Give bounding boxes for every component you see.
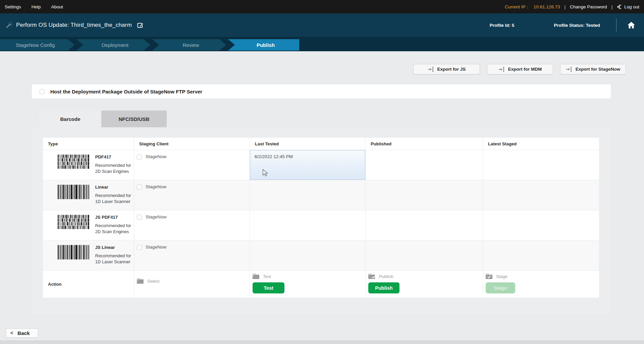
stagenow-checkbox[interactable] [137,154,142,159]
column-header-staging-client: Staging Client [134,138,250,150]
table-row-linear-staging-client: StageNow [134,180,250,210]
cell-published-js-linear [366,240,483,271]
change-password-link[interactable]: Change Password [570,4,607,9]
top-menu-bar: Settings Help About Current IP : 10.61.1… [0,0,644,13]
horizontal-scrollbar-track[interactable] [0,340,644,344]
logout-label: Log out [624,4,639,9]
menu-about[interactable]: About [51,4,63,9]
current-ip-label: Current IP : [505,4,528,9]
cell-latest-staged-linear [483,180,599,210]
publish-window-icon [368,274,375,279]
cell-published-linear [366,180,483,210]
step-label: Publish [257,42,275,48]
home-button[interactable] [627,21,635,29]
stagenow-checkbox[interactable] [137,185,142,190]
cell-published-js-pdf417 [366,210,483,240]
cell-last-tested-js-linear [250,240,366,271]
step-label: Review [182,42,199,48]
action-test-cell: Test Test [250,271,366,298]
separator: | [565,4,566,9]
menu-settings[interactable]: Settings [5,4,21,9]
barcode-type-name: PDF417 [95,154,134,159]
stagenow-label: StageNow [146,214,166,219]
linear-barcode-image [58,245,89,260]
stage-label: Stage [496,274,507,279]
page-title: Perform OS Update: Third_times_the_charm [16,22,132,28]
last-tested-timestamp: 6/2/2022 12:45 PM [250,150,365,159]
step-label: Deployment [102,42,128,48]
logout-icon [617,4,622,9]
publish-label: Publish [379,274,393,279]
cell-last-tested-linear [250,180,366,210]
barcode-type-name: JS Linear [95,245,134,250]
cell-published-pdf417 [366,150,483,180]
wizard-step-bar: StageNow Config Deployment Review Publis… [0,37,644,51]
step-publish-active[interactable]: Publish [228,39,299,51]
back-button[interactable]: < Back [6,328,38,338]
separator: | [611,4,612,9]
barcode-type-description: Recommended for 2D Scan Engines [95,162,134,175]
pdf417-barcode-image [58,215,89,229]
barcode-type-name: JS PDF417 [95,215,134,220]
barcode-type-name: Linear [95,185,134,190]
profile-status: Profile Status: Tested [554,23,600,28]
cell-last-tested-js-pdf417 [250,210,366,240]
current-ip-value: 10.61.126.73 [534,4,560,9]
step-label: StageNow Config [16,42,55,48]
export-for-stagenow-button[interactable]: Export for StageNow [560,64,626,74]
barcode-type-description: Recommended for 1D Laser Scanner [95,253,134,265]
profile-id: Profile Id: 5 [490,23,515,28]
host-package-checkbox[interactable] [40,89,45,94]
column-header-published: Published [366,138,483,150]
host-package-bar: Host the Deployment Package Outside of S… [32,84,611,98]
export-button-label: Export for JS [437,67,466,72]
test-button[interactable]: Test [253,282,284,293]
export-button-row: Export for JS Export for MDM Export for … [413,64,626,74]
tab-nfc-sd-usb[interactable]: NFC/SD/USB [101,111,167,127]
edit-profile-name-button[interactable] [137,22,144,28]
stagenow-label: StageNow [146,245,166,250]
step-stagenow-config[interactable]: StageNow Config [0,39,74,51]
export-icon [428,67,434,72]
select-window-icon [137,278,144,284]
column-header-type: Type [43,138,134,150]
logout-link[interactable]: Log out [617,4,639,9]
tab-label: Barcode [60,116,80,122]
back-button-label: Back [17,330,30,336]
table-row-pdf417-type: PDF417 Recommended for 2D Scan Engines [43,150,134,180]
barcode-panel: Type Staging Client Last Tested Publishe… [32,127,611,314]
cell-latest-staged-js-linear [483,240,599,271]
step-review[interactable]: Review [152,39,226,51]
export-button-label: Export for StageNow [576,67,621,72]
action-stage-cell: Stage Stage [483,271,599,298]
table-row-pdf417-staging-client: StageNow [134,150,250,180]
cell-latest-staged-js-pdf417 [483,210,599,240]
header-divider [616,19,616,31]
step-deployment[interactable]: Deployment [76,39,150,51]
publish-button[interactable]: Publish [368,282,399,293]
test-window-icon [253,274,259,279]
menu-help[interactable]: Help [32,4,41,9]
table-row-js-pdf417-staging-client: StageNow [134,210,250,240]
action-row-label: Action [43,271,134,298]
pdf417-barcode-image [58,154,89,169]
barcode-table: Type Staging Client Last Tested Publishe… [43,138,599,298]
tab-barcode[interactable]: Barcode [39,111,101,127]
barcode-type-description: Recommended for 2D Scan Engines [95,223,134,235]
stage-button-disabled: Stage [486,282,515,293]
delivery-tabs: Barcode NFC/SD/USB [39,111,167,127]
cell-last-tested-pdf417[interactable]: 6/2/2022 12:45 PM [250,150,366,180]
export-icon [566,67,572,72]
cell-latest-staged-pdf417 [483,150,599,180]
host-package-label: Host the Deployment Package Outside of S… [50,89,202,94]
barcode-type-description: Recommended for 1D Laser Scanner [95,193,134,205]
stagenow-checkbox[interactable] [137,245,142,250]
export-for-mdm-button[interactable]: Export for MDM [487,64,553,74]
stagenow-checkbox[interactable] [137,215,142,220]
column-header-latest-staged: Latest Staged [483,138,599,150]
table-row-js-pdf417-type: JS PDF417 Recommended for 2D Scan Engine… [43,210,134,240]
export-icon [498,67,505,72]
wizard-wand-icon [5,22,12,29]
export-for-js-button[interactable]: Export for JS [413,64,480,74]
profile-header: Perform OS Update: Third_times_the_charm… [0,13,644,37]
